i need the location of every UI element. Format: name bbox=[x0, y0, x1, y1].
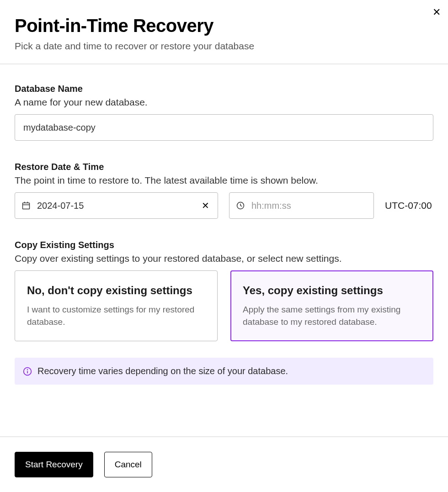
option-yes-desc: Apply the same settings from my existing… bbox=[243, 304, 421, 328]
dbname-desc: A name for your new database. bbox=[15, 97, 433, 108]
info-text: Recovery time varies depending on the si… bbox=[37, 366, 288, 376]
page-subtitle: Pick a date and time to recover or resto… bbox=[15, 41, 433, 52]
info-banner: Recovery time varies depending on the si… bbox=[15, 358, 433, 385]
dbname-section: Database Name A name for your new databa… bbox=[15, 84, 433, 141]
time-input[interactable] bbox=[245, 201, 367, 211]
date-input[interactable] bbox=[31, 201, 200, 211]
clock-icon bbox=[236, 201, 245, 210]
option-yes-copy[interactable]: Yes, copy existing settings Apply the sa… bbox=[230, 270, 433, 341]
close-icon: ✕ bbox=[432, 6, 441, 18]
datetime-row: ✕ UTC-07:00 bbox=[15, 192, 433, 219]
svg-point-9 bbox=[27, 370, 28, 370]
close-icon: ✕ bbox=[202, 201, 209, 211]
dbname-input[interactable] bbox=[15, 114, 433, 141]
datetime-desc: The point in time to restore to. The lat… bbox=[15, 175, 433, 186]
date-input-wrapper[interactable]: ✕ bbox=[15, 192, 218, 219]
cancel-button[interactable]: Cancel bbox=[104, 452, 152, 477]
page-title: Point-in-Time Recovery bbox=[15, 16, 433, 36]
copy-settings-options: No, don't copy existing settings I want … bbox=[15, 270, 433, 341]
option-no-desc: I want to customize settings for my rest… bbox=[27, 304, 205, 328]
close-button[interactable]: ✕ bbox=[432, 7, 441, 17]
svg-rect-0 bbox=[23, 203, 30, 209]
copy-settings-label: Copy Existing Settings bbox=[15, 240, 433, 250]
datetime-label: Restore Date & Time bbox=[15, 162, 433, 172]
modal-content: Database Name A name for your new databa… bbox=[0, 64, 448, 436]
timezone-label: UTC-07:00 bbox=[385, 200, 432, 211]
copy-settings-desc: Copy over existing settings to your rest… bbox=[15, 253, 433, 264]
option-no-title: No, don't copy existing settings bbox=[27, 284, 205, 297]
datetime-section: Restore Date & Time The point in time to… bbox=[15, 162, 433, 219]
modal-footer: Start Recovery Cancel bbox=[0, 436, 448, 492]
modal-header: Point-in-Time Recovery Pick a date and t… bbox=[0, 0, 448, 64]
option-no-copy[interactable]: No, don't copy existing settings I want … bbox=[15, 270, 218, 341]
start-recovery-button[interactable]: Start Recovery bbox=[15, 452, 93, 477]
recovery-modal: ✕ Point-in-Time Recovery Pick a date and… bbox=[0, 0, 448, 492]
dbname-label: Database Name bbox=[15, 84, 433, 94]
clear-date-button[interactable]: ✕ bbox=[200, 198, 211, 213]
info-icon bbox=[23, 367, 32, 376]
time-input-wrapper[interactable] bbox=[229, 192, 374, 219]
svg-line-6 bbox=[240, 206, 242, 206]
option-yes-title: Yes, copy existing settings bbox=[243, 284, 421, 297]
calendar-icon bbox=[21, 201, 31, 210]
copy-settings-section: Copy Existing Settings Copy over existin… bbox=[15, 240, 433, 341]
